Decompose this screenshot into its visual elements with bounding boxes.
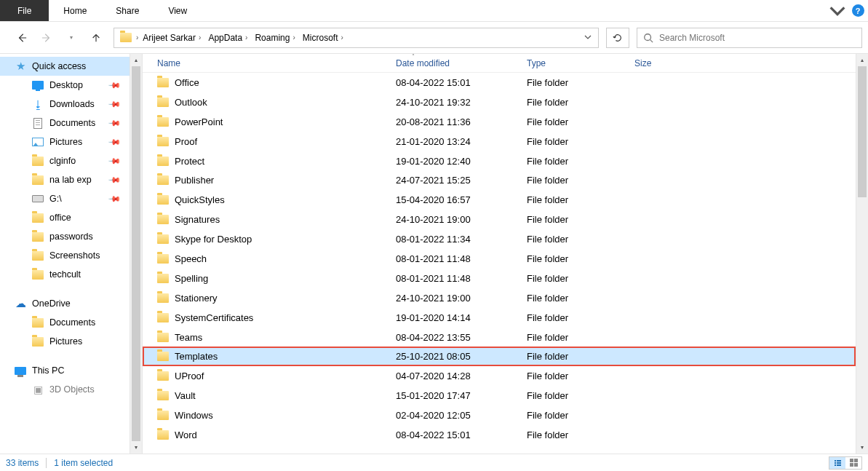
sidebar-item-label: Screenshots xyxy=(49,250,100,261)
file-row[interactable]: Proof21-01-2020 13:24File folder xyxy=(143,132,856,151)
column-header-type[interactable]: Type xyxy=(527,58,634,68)
sidebar-item-folder[interactable]: Screenshots xyxy=(0,246,130,265)
folder-icon xyxy=(157,215,169,224)
file-date: 08-01-2021 11:48 xyxy=(396,273,527,284)
sidebar-item-folder[interactable]: clginfo 📌 xyxy=(0,151,130,170)
file-name: Publisher xyxy=(175,175,214,186)
folder-icon xyxy=(32,336,44,347)
scroll-up-icon[interactable]: ▴ xyxy=(130,54,142,66)
file-name: Signatures xyxy=(175,214,220,225)
file-name: Teams xyxy=(175,332,202,343)
sidebar-item-folder[interactable]: Pictures xyxy=(0,332,130,351)
help-button[interactable]: ? xyxy=(848,0,868,21)
tab-view[interactable]: View xyxy=(154,0,202,21)
sidebar-scrollbar[interactable]: ▴ ▾ xyxy=(130,54,142,454)
folder-icon xyxy=(157,175,169,185)
sidebar-item-documents[interactable]: Documents 📌 xyxy=(0,114,130,132)
breadcrumb-segment[interactable]: Microsoft› xyxy=(300,28,346,47)
file-type: File folder xyxy=(527,273,634,284)
sidebar-item-folder[interactable]: techcult xyxy=(0,265,130,284)
sidebar-item-pictures[interactable]: Pictures 📌 xyxy=(0,132,130,151)
sidebar-item-drive[interactable]: G:\ 📌 xyxy=(0,189,130,208)
search-input[interactable] xyxy=(659,33,856,43)
file-row[interactable]: Word08-04-2022 15:01File folder xyxy=(143,425,856,445)
file-row[interactable]: Windows02-04-2020 12:05File folder xyxy=(143,405,856,425)
scroll-up-icon[interactable]: ▴ xyxy=(856,54,868,66)
file-name: Outlook xyxy=(175,97,207,108)
pc-icon xyxy=(15,365,26,376)
file-date: 08-04-2022 13:55 xyxy=(396,332,527,343)
file-type: File folder xyxy=(527,253,634,264)
filelist-scrollbar[interactable]: ▴ ▾ xyxy=(856,54,868,454)
scroll-thumb[interactable] xyxy=(132,66,140,441)
scroll-down-icon[interactable]: ▾ xyxy=(856,441,868,454)
file-row[interactable]: Publisher24-07-2021 15:25File folder xyxy=(143,170,856,190)
file-list-pane: Name ˄ Date modified Type Size Office08-… xyxy=(143,54,868,454)
file-row[interactable]: Office08-04-2022 15:01File folder xyxy=(143,73,856,92)
folder-icon xyxy=(157,333,169,342)
sidebar-item-desktop[interactable]: Desktop 📌 xyxy=(0,76,130,95)
folder-icon xyxy=(157,430,169,440)
file-row[interactable]: SystemCertificates19-01-2020 14:14File f… xyxy=(143,308,856,328)
file-row[interactable]: Speech08-01-2021 11:48File folder xyxy=(143,249,856,269)
column-header-name[interactable]: Name xyxy=(157,58,396,68)
tab-share[interactable]: Share xyxy=(101,0,154,21)
sidebar-item-label: office xyxy=(49,213,71,223)
file-row[interactable]: Skype for Desktop08-01-2022 11:34File fo… xyxy=(143,229,856,249)
file-type: File folder xyxy=(527,371,634,381)
breadcrumb-segment[interactable]: Roaming› xyxy=(252,28,298,47)
view-details-button[interactable] xyxy=(829,457,845,469)
breadcrumb-segment[interactable]: AppData› xyxy=(205,28,250,47)
sidebar-item-downloads[interactable]: ⭳ Downloads 📌 xyxy=(0,95,130,114)
file-row[interactable]: Vault15-01-2020 17:47File folder xyxy=(143,386,856,405)
folder-icon xyxy=(157,352,169,361)
file-row[interactable]: QuickStyles15-04-2020 16:57File folder xyxy=(143,190,856,210)
scroll-down-icon[interactable]: ▾ xyxy=(130,441,142,454)
file-row[interactable]: Templates25-10-2021 08:05File folder xyxy=(143,347,856,366)
tab-home[interactable]: Home xyxy=(49,0,101,21)
file-date: 08-01-2021 11:48 xyxy=(396,253,527,264)
file-type: File folder xyxy=(527,351,634,362)
scroll-thumb[interactable] xyxy=(858,66,867,197)
file-name: UProof xyxy=(175,371,204,381)
file-row[interactable]: Spelling08-01-2021 11:48File folder xyxy=(143,269,856,288)
forward-button[interactable] xyxy=(36,28,57,48)
sidebar-item-label: 3D Objects xyxy=(49,384,95,395)
address-dropdown-button[interactable] xyxy=(581,33,595,43)
sidebar-item-folder[interactable]: na lab exp 📌 xyxy=(0,170,130,189)
file-row[interactable]: Teams08-04-2022 13:55File folder xyxy=(143,328,856,347)
file-row[interactable]: Outlook24-10-2021 19:32File folder xyxy=(143,92,856,112)
file-row[interactable]: Signatures24-10-2021 19:00File folder xyxy=(143,210,856,229)
back-button[interactable] xyxy=(12,28,32,48)
file-row[interactable]: Protect19-01-2020 12:40File folder xyxy=(143,151,856,171)
breadcrumb-segment[interactable]: Arijeet Sarkar› xyxy=(140,28,204,47)
column-header-size[interactable]: Size xyxy=(634,58,707,68)
sidebar-item-folder[interactable]: Documents xyxy=(0,313,130,332)
tab-file[interactable]: File xyxy=(0,0,49,21)
file-name: Templates xyxy=(175,351,218,362)
file-row[interactable]: PowerPoint20-08-2021 11:36File folder xyxy=(143,112,856,132)
file-type: File folder xyxy=(527,312,634,323)
sidebar-item-onedrive[interactable]: ☁ OneDrive xyxy=(0,294,130,313)
sidebar-item-this-pc[interactable]: This PC xyxy=(0,361,130,380)
file-row[interactable]: UProof04-07-2020 14:28File folder xyxy=(143,366,856,386)
sidebar-item-label: clginfo xyxy=(49,156,76,166)
sidebar-item-3d-objects[interactable]: ▣ 3D Objects xyxy=(0,380,130,399)
recent-locations-button[interactable]: ▾ xyxy=(61,28,81,48)
file-row[interactable]: Stationery24-10-2021 19:00File folder xyxy=(143,288,856,308)
view-large-icons-button[interactable] xyxy=(845,457,861,469)
sidebar-item-label: OneDrive xyxy=(32,298,71,309)
address-bar[interactable]: › Arijeet Sarkar› AppData› Roaming› Micr… xyxy=(114,28,599,48)
column-header-date[interactable]: Date modified xyxy=(396,58,527,68)
collapse-ribbon-button[interactable] xyxy=(827,0,848,21)
up-button[interactable] xyxy=(86,28,106,48)
sidebar-item-folder[interactable]: office xyxy=(0,208,130,227)
chevron-down-icon xyxy=(584,33,592,41)
details-view-icon xyxy=(835,460,841,466)
sidebar-item-quick-access[interactable]: ★ Quick access xyxy=(0,57,130,76)
refresh-button[interactable] xyxy=(606,28,629,48)
search-box[interactable] xyxy=(637,28,862,48)
file-date: 21-01-2020 13:24 xyxy=(396,136,527,147)
file-name: Protect xyxy=(175,156,204,167)
sidebar-item-folder[interactable]: passwords xyxy=(0,227,130,246)
